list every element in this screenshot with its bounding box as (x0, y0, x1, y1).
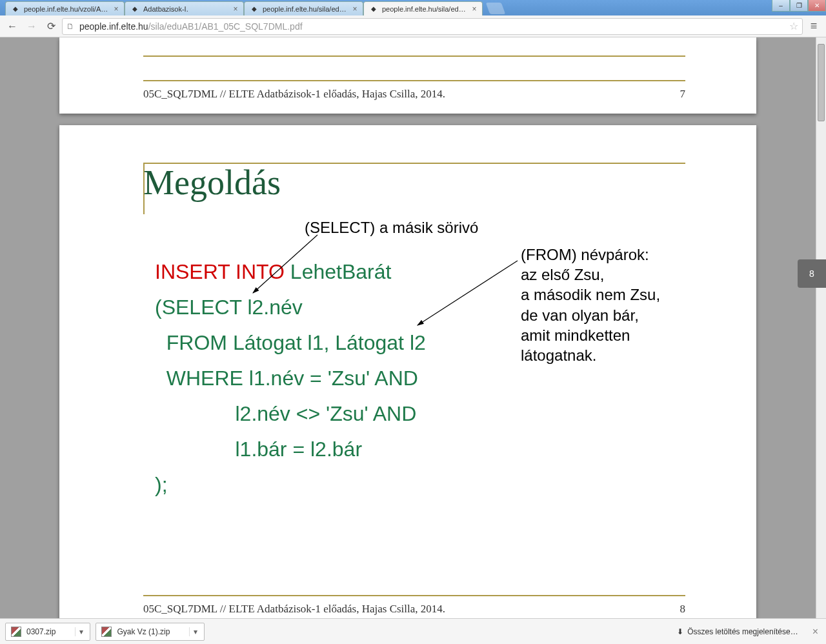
archive-icon (101, 627, 112, 637)
footer-pagenum: 7 (680, 88, 686, 101)
tab-close-icon[interactable]: × (112, 5, 120, 13)
downloads-close-icon[interactable]: × (810, 626, 821, 638)
url-path: /sila/eduAB1/AB1_05C_SQL7DML.pdf (148, 21, 303, 32)
menu-button[interactable]: ≡ (805, 18, 822, 35)
show-all-label: Összes letöltés megjelenítése… (687, 627, 798, 636)
divider-line (143, 55, 685, 57)
forward-button[interactable]: → (23, 18, 40, 35)
toolbar: ← → ⟳ 🗋 people.inf.elte.hu/sila/eduAB1/A… (0, 15, 826, 37)
vertical-scrollbar[interactable] (816, 37, 826, 618)
footer-pagenum: 8 (680, 603, 686, 616)
maximize-button[interactable]: ❐ (790, 0, 808, 12)
reload-button[interactable]: ⟳ (43, 18, 59, 35)
download-name: Gyak Vz (1).zip (117, 627, 170, 636)
svg-line-1 (418, 261, 518, 325)
show-all-downloads[interactable]: ⬇ Összes letöltés megjelenítése… (677, 627, 798, 636)
page-indicator[interactable]: 8 (798, 259, 826, 288)
browser-tab-1[interactable]: ◆ Adatbazisok-I. × (125, 1, 244, 15)
tab-close-icon[interactable]: × (470, 5, 478, 13)
browser-tab-2[interactable]: ◆ people.inf.elte.hu/sila/eduAB × (244, 1, 363, 15)
downloads-bar: 0307.zip ▾ Gyak Vz (1).zip ▾ ⬇ Összes le… (0, 618, 826, 644)
archive-icon (11, 627, 21, 637)
tab-title: people.inf.elte.hu/sila/eduAB (382, 5, 468, 13)
download-dropdown-icon[interactable]: ▾ (75, 627, 87, 636)
sql-body: LehetBarát (SELECT l2.név FROM Látogat l… (155, 260, 426, 496)
footer-left: 05C_SQL7DML // ELTE Adatbázisok-1 előadá… (143, 603, 445, 616)
url-host: people.inf.elte.hu (79, 21, 148, 32)
browser-tab-3[interactable]: ◆ people.inf.elte.hu/sila/eduAB × (363, 1, 483, 15)
download-name: 0307.zip (26, 627, 55, 636)
window-buttons: – ❐ ✕ (772, 0, 826, 13)
new-tab-button[interactable] (486, 3, 506, 14)
slide-title: Megoldás (143, 163, 281, 203)
pdf-viewport[interactable]: 05C_SQL7DML // ELTE Adatbázisok-1 előadá… (0, 37, 826, 618)
tab-title: people.inf.elte.hu/vzoli/Adat (24, 5, 110, 13)
minimize-button[interactable]: – (772, 0, 790, 12)
window-close-button[interactable]: ✕ (808, 0, 826, 12)
tab-title: Adatbazisok-I. (143, 5, 229, 13)
tab-close-icon[interactable]: × (232, 5, 239, 13)
back-button[interactable]: ← (4, 18, 21, 35)
browser-tab-0[interactable]: ◆ people.inf.elte.hu/vzoli/Adat × (5, 1, 125, 15)
scrollbar-thumb[interactable] (818, 44, 825, 121)
tab-close-icon[interactable]: × (351, 5, 359, 13)
address-bar[interactable]: 🗋 people.inf.elte.hu/sila/eduAB1/AB1_05C… (62, 18, 803, 35)
pdf-page-main: Megoldás (SELECT) a másik sörivó (FROM) … (59, 125, 756, 618)
download-item-1[interactable]: Gyak Vz (1).zip ▾ (96, 623, 205, 641)
favicon-icon: ◆ (250, 5, 259, 14)
favicon-icon: ◆ (130, 5, 139, 14)
download-dropdown-icon[interactable]: ▾ (189, 627, 201, 636)
slide-footer: 05C_SQL7DML // ELTE Adatbázisok-1 előadá… (143, 80, 685, 101)
footer-left: 05C_SQL7DML // ELTE Adatbázisok-1 előadá… (143, 88, 445, 101)
favicon-icon: ◆ (369, 5, 378, 14)
download-arrow-icon: ⬇ (677, 627, 683, 636)
download-item-0[interactable]: 0307.zip ▾ (5, 623, 90, 641)
page-indicator-num: 8 (809, 268, 814, 279)
pdf-page-prev: 05C_SQL7DML // ELTE Adatbázisok-1 előadá… (59, 37, 756, 114)
slide-footer: 05C_SQL7DML // ELTE Adatbázisok-1 előadá… (143, 595, 685, 616)
tab-strip: ◆ people.inf.elte.hu/vzoli/Adat × ◆ Adat… (0, 0, 826, 15)
page-stack: 05C_SQL7DML // ELTE Adatbázisok-1 előadá… (0, 37, 816, 618)
annotation-select: (SELECT) a másik sörivó (305, 219, 478, 237)
annotation-from: (FROM) névpárok: az első Zsu, a második … (521, 245, 660, 365)
sql-keyword: INSERT INTO (155, 260, 285, 283)
sql-code: INSERT INTO LehetBarát (SELECT l2.név FR… (155, 254, 426, 503)
tab-title: people.inf.elte.hu/sila/eduAB (263, 5, 348, 13)
bookmark-star-icon[interactable]: ☆ (789, 20, 798, 32)
page-icon: 🗋 (66, 22, 76, 31)
favicon-icon: ◆ (11, 5, 20, 14)
